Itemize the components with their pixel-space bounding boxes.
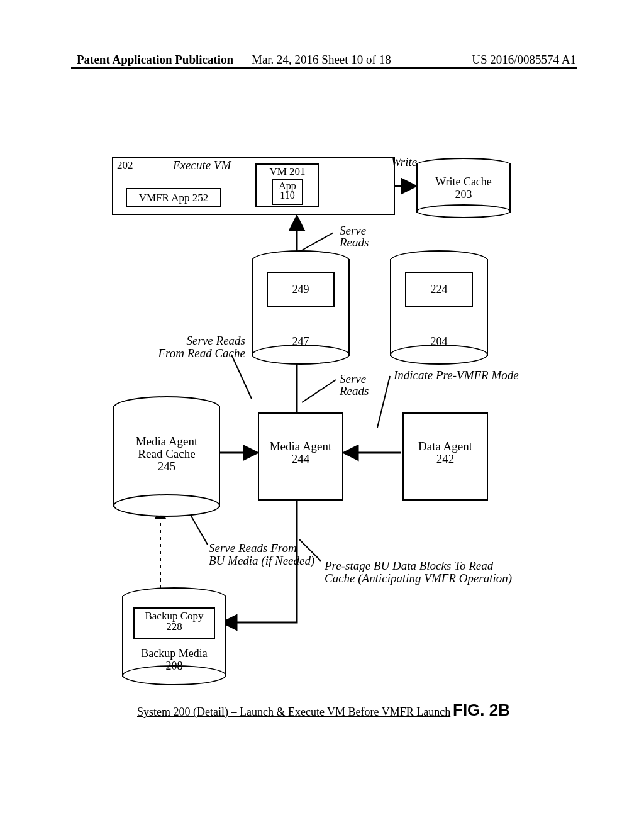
backup-media-l2: 208 [122, 660, 226, 673]
serve-bu-l2: BU Media (if Needed) [209, 555, 314, 568]
svg-line-8 [377, 376, 390, 428]
host-ref: 202 [117, 160, 133, 172]
serve-bu-l1: Serve Reads From [209, 542, 297, 555]
header-right: US 2016/0085574 A1 [472, 53, 576, 67]
header-left: Patent Application Publication [77, 53, 233, 67]
svg-line-4 [302, 233, 333, 250]
svg-line-5 [231, 355, 252, 399]
serve-reads-top-l2: Reads [340, 236, 369, 250]
prestage-l1: Pre-stage BU Data Blocks To Read [325, 560, 493, 573]
backup-copy-box: Backup Copy 228 [133, 607, 215, 639]
indicate-mode-label: Indicate Pre-VMFR Mode [394, 369, 519, 382]
media-agent-l1: Media Agent [258, 440, 343, 453]
prestage-l2: Cache (Anticipating VMFR Operation) [325, 572, 512, 585]
figure-caption: System 200 (Detail) – Launch & Execute V… [137, 706, 450, 719]
vmfr-app-box: VMFR App 252 [126, 188, 221, 207]
vm-app-l2: 110 [273, 190, 302, 201]
page: Patent Application Publication Mar. 24, … [0, 0, 644, 830]
cyl-204-below: 204 [390, 336, 488, 348]
write-cache-l1: Write Cache [416, 176, 511, 189]
figure-label: FIG. 2B [453, 700, 510, 720]
header-rule [71, 67, 577, 69]
backup-copy-l2: 228 [135, 621, 214, 633]
vm-title: VM 201 [257, 166, 318, 178]
vm-app-box: App 110 [272, 179, 303, 205]
svg-line-7 [302, 380, 336, 402]
cyl-204-inner: 224 [405, 272, 473, 307]
read-cache-l2: Read Cache [113, 448, 220, 461]
execute-vm-label: Execute VM [173, 159, 231, 172]
read-cache-l1: Media Agent [113, 435, 220, 448]
data-agent-l2: 242 [402, 453, 488, 466]
write-cache-l2: 203 [416, 189, 511, 201]
backup-media-l1: Backup Media [122, 648, 226, 660]
cyl-247-below: 247 [252, 336, 350, 348]
svg-line-11 [189, 512, 208, 545]
read-cache-l3: 245 [113, 460, 220, 473]
header-mid: Mar. 24, 2016 Sheet 10 of 18 [252, 53, 391, 67]
serve-reads-cache-l1: Serve Reads [151, 335, 245, 348]
serve-reads-cache-l2: From Read Cache [142, 347, 245, 360]
serve-reads-mid-l2: Reads [340, 385, 369, 398]
data-agent-l1: Data Agent [402, 440, 488, 453]
write-label: Write [391, 156, 417, 169]
cyl-247-inner: 249 [267, 272, 335, 307]
media-agent-l2: 244 [258, 453, 343, 466]
